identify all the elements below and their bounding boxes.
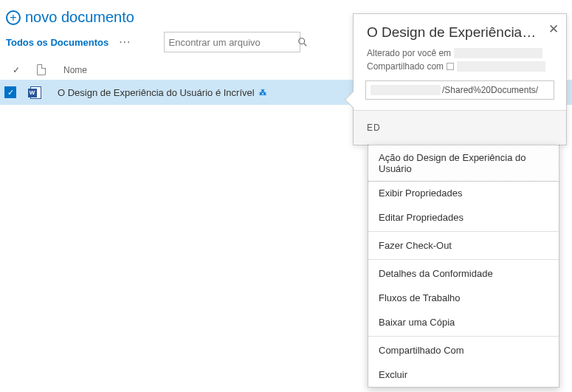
url-host-redacted	[371, 85, 441, 95]
svg-line-1	[303, 44, 306, 47]
view-name[interactable]: Todos os Documentos	[6, 37, 108, 48]
close-icon[interactable]: ✕	[548, 21, 559, 37]
file-title[interactable]: O Design de Experiência do Usuário é Inc…	[58, 87, 255, 98]
callout-panel: O Design de Experiência do... ✕ Alterado…	[353, 13, 567, 145]
menu-item-download-copy[interactable]: Baixar uma Cópia	[368, 310, 559, 334]
menu-separator	[368, 259, 559, 260]
callout-title: O Design de Experiência do...	[367, 24, 540, 41]
share-icon	[447, 63, 454, 70]
menu-item-shared-with[interactable]: Compartilhado Com	[368, 338, 559, 362]
menu-separator	[368, 231, 559, 232]
toolbar-ellipsis-button[interactable]: ···	[116, 35, 134, 49]
context-menu: Ação do Design de Experiência do Usuário…	[368, 145, 559, 388]
shared-value-redacted	[457, 61, 545, 72]
select-all-checkbox[interactable]: ✓	[13, 65, 20, 75]
callout-modified-line: Alterado por você em	[354, 47, 566, 60]
search-input[interactable]	[165, 33, 297, 51]
row-checkbox[interactable]: ✓	[4, 86, 16, 98]
callout-shared-line: Compartilhado com	[354, 60, 566, 73]
search-icon[interactable]	[297, 32, 308, 52]
type-column-icon[interactable]	[37, 64, 46, 75]
shared-prefix: Compartilhado com	[367, 61, 444, 72]
footer-fragment: ED	[367, 123, 381, 133]
modified-prefix: Alterado por você em	[367, 48, 451, 58]
modified-value-redacted	[454, 48, 542, 58]
url-textbox[interactable]: /Shared%20Documents/	[365, 80, 554, 100]
word-doc-icon	[30, 86, 41, 99]
menu-item-check-out[interactable]: Fazer Check-Out	[368, 233, 559, 258]
plus-icon: +	[6, 10, 21, 25]
url-suffix: /Shared%20Documents/	[442, 85, 538, 95]
search-box	[164, 32, 300, 52]
menu-separator	[368, 336, 559, 337]
menu-item-delete[interactable]: Excluir	[368, 362, 559, 387]
menu-item-compliance[interactable]: Detalhes da Conformidade	[368, 261, 559, 286]
menu-item-custom-action[interactable]: Ação do Design de Experiência do Usuário	[368, 145, 559, 182]
new-indicator-icon: ⁂	[259, 89, 266, 97]
new-document-label: novo documento	[25, 9, 134, 26]
menu-item-workflows[interactable]: Fluxos de Trabalho	[368, 286, 559, 310]
svg-point-0	[298, 38, 304, 44]
callout-footer: ED	[354, 110, 566, 145]
menu-item-view-properties[interactable]: Exibir Propriedades	[368, 181, 559, 205]
menu-item-edit-properties[interactable]: Editar Propriedades	[368, 205, 559, 230]
